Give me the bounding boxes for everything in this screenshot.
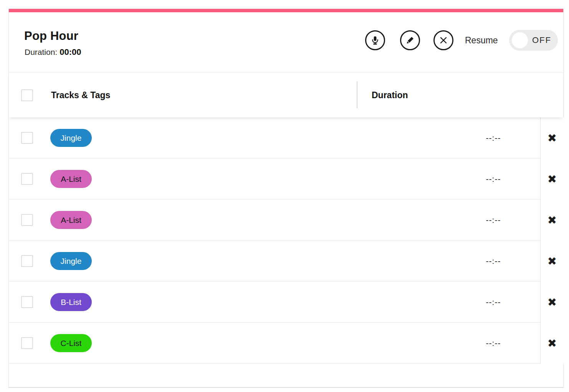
track-list: Jingle --:-- ✖ A-List --:-- ✖ A-List --:… — [9, 117, 563, 364]
page-title: Pop Hour — [24, 29, 78, 43]
row-checkbox[interactable] — [21, 296, 33, 308]
edit-icon — [405, 35, 415, 46]
column-header-tracks-tags: Tracks & Tags — [51, 73, 110, 117]
row-checkbox[interactable] — [21, 255, 33, 267]
playlist-card: Pop Hour Duration:00:00 Resume — [8, 9, 564, 388]
remove-row-button[interactable]: ✖ — [540, 158, 564, 199]
remove-row-button[interactable]: ✖ — [540, 199, 564, 240]
remove-row-button[interactable]: ✖ — [540, 282, 564, 323]
row-duration: --:-- — [474, 117, 513, 158]
tag-pill: B-List — [50, 293, 92, 311]
remove-row-button[interactable]: ✖ — [540, 117, 564, 158]
row-checkbox[interactable] — [21, 337, 33, 349]
row-duration: --:-- — [474, 158, 513, 199]
table-row[interactable]: B-List --:-- ✖ — [9, 282, 563, 323]
row-checkbox[interactable] — [21, 214, 33, 226]
duration-value: 00:00 — [60, 47, 81, 57]
toggle-state-label: OFF — [532, 30, 551, 51]
resume-label: Resume — [465, 35, 498, 46]
resume-toggle[interactable]: OFF — [509, 30, 558, 51]
row-checkbox[interactable] — [21, 173, 33, 185]
column-divider — [357, 81, 357, 108]
table-row[interactable]: Jingle --:-- ✖ — [9, 240, 563, 282]
table-row[interactable]: C-List --:-- ✖ — [9, 323, 563, 364]
tag-pill: A-List — [50, 170, 92, 188]
row-duration: --:-- — [474, 199, 513, 240]
tag-pill: C-List — [50, 334, 92, 352]
table-footer — [9, 364, 563, 385]
tag-pill: A-List — [50, 211, 92, 229]
table-header: Tracks & Tags Duration — [9, 73, 563, 117]
toggle-knob — [512, 32, 528, 48]
row-checkbox[interactable] — [21, 132, 33, 144]
tag-pill: Jingle — [50, 252, 92, 270]
microphone-button[interactable] — [365, 30, 385, 50]
table-row[interactable]: Jingle --:-- ✖ — [9, 117, 563, 158]
remove-row-button[interactable]: ✖ — [540, 323, 564, 364]
cancel-icon — [438, 35, 449, 46]
select-all-checkbox[interactable] — [21, 89, 33, 101]
edit-button[interactable] — [400, 30, 420, 50]
table-row[interactable]: A-List --:-- ✖ — [9, 199, 563, 240]
duration-label: Duration: — [25, 48, 57, 56]
row-duration: --:-- — [474, 240, 513, 282]
row-duration: --:-- — [474, 323, 513, 364]
microphone-icon — [370, 35, 380, 46]
table-row[interactable]: A-List --:-- ✖ — [9, 158, 563, 199]
tag-pill: Jingle — [50, 129, 92, 147]
remove-row-button[interactable]: ✖ — [540, 240, 564, 282]
total-duration: Duration:00:00 — [25, 47, 81, 57]
card-header: Pop Hour Duration:00:00 Resume — [9, 12, 563, 73]
column-header-duration: Duration — [372, 73, 408, 117]
cancel-button[interactable] — [433, 30, 453, 50]
accent-bar — [9, 9, 563, 12]
row-duration: --:-- — [474, 282, 513, 323]
